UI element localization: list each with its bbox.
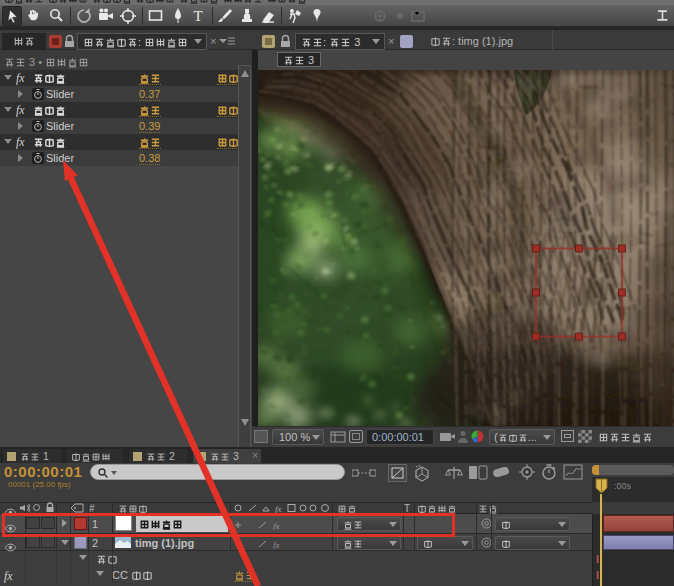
svg-text:fx: fx (275, 504, 282, 514)
svg-text:fx: fx (273, 540, 280, 550)
svg-text:T: T (193, 8, 202, 24)
